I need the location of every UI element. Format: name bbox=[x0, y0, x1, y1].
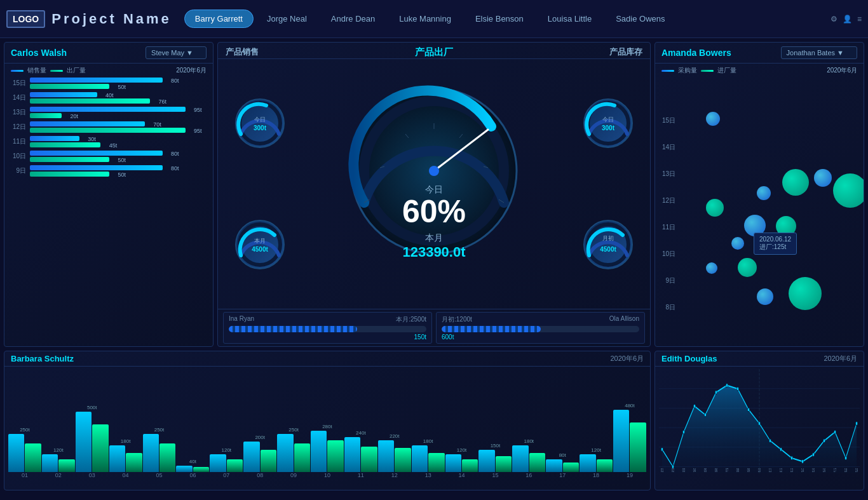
col-bar-2 bbox=[193, 467, 209, 472]
nav-tab-5[interactable]: Louisa Little bbox=[537, 10, 602, 28]
bar-sales: 30t bbox=[30, 136, 79, 141]
col-bar-1 bbox=[143, 434, 159, 472]
line-dot bbox=[824, 439, 825, 443]
bar-label: 15日 bbox=[11, 79, 26, 88]
right-dropdown[interactable]: Jonathan Bates ▼ bbox=[781, 46, 857, 59]
ola-allison-name: Ola Allison bbox=[609, 315, 639, 324]
legend-sales-label: 销售量 bbox=[27, 66, 46, 75]
col-bar-2 bbox=[597, 459, 613, 472]
col-bar-2 bbox=[126, 453, 142, 472]
bubble-9 bbox=[731, 237, 744, 250]
right-panel-header: Amanda Bowers Jonathan Bates ▼ bbox=[655, 43, 864, 64]
col-bars bbox=[412, 445, 445, 472]
main-grid: Carlos Walsh Steve May ▼ 销售量 出厂量 2020年6月… bbox=[0, 38, 868, 500]
col-bar-1 bbox=[176, 466, 192, 472]
col-val: 120t bbox=[53, 447, 64, 453]
col-bar-1 bbox=[580, 454, 595, 472]
col-x-label: 05 bbox=[143, 472, 176, 478]
nav-tab-6[interactable]: Sadie Owens bbox=[605, 10, 675, 28]
nav-tab-3[interactable]: Luke Manning bbox=[388, 10, 462, 28]
y-label-5: 10日 bbox=[658, 250, 675, 259]
big-month-label: 本月 bbox=[402, 233, 466, 244]
nav-tab-2[interactable]: Andre Dean bbox=[320, 10, 386, 28]
bubble-11 bbox=[706, 262, 717, 274]
col-val: 500t bbox=[87, 405, 97, 410]
progress-left-label: 本月:2500t bbox=[396, 315, 426, 324]
project-title: Project Name bbox=[51, 11, 172, 27]
nav-tabs: Barry Garrett Jorge Neal Andre Dean Luke… bbox=[184, 10, 831, 28]
line-dot bbox=[726, 384, 728, 388]
col-bar-1 bbox=[412, 445, 428, 472]
title-output: 产品出厂 bbox=[415, 46, 453, 58]
col-bars bbox=[445, 454, 478, 472]
bar-row: 14日 40t 76t bbox=[11, 92, 207, 104]
col-x-label: 03 bbox=[76, 472, 109, 478]
col-bar-1 bbox=[311, 431, 327, 472]
bar-sales: 95t bbox=[30, 107, 186, 112]
right-legend-date: 2020年6月 bbox=[827, 66, 857, 75]
bar-row: 15日 80t 50t bbox=[11, 78, 207, 89]
svg-point-0 bbox=[236, 99, 284, 147]
col-group: 40t bbox=[176, 459, 209, 472]
col-val: 250t bbox=[154, 427, 165, 433]
legend-sales-dot bbox=[11, 70, 24, 72]
col-val: 180t bbox=[423, 438, 433, 444]
col-x-label: 09 bbox=[277, 472, 310, 478]
col-bars bbox=[243, 442, 276, 472]
bar-sales: 80t bbox=[30, 165, 163, 170]
line-dot bbox=[780, 447, 782, 451]
col-bar-1 bbox=[277, 434, 293, 472]
y-label-3: 12日 bbox=[658, 196, 675, 205]
left-progress-val: 150t bbox=[229, 334, 426, 341]
bottom-left-date: 2020年6月 bbox=[610, 354, 644, 363]
col-bar-1 bbox=[512, 445, 528, 472]
col-bars bbox=[546, 459, 579, 472]
edith-douglas-panel: Edith Douglas 2020年6月 bbox=[654, 351, 864, 490]
bar-sales-val: 40t bbox=[105, 92, 114, 98]
bar-label: 11日 bbox=[11, 137, 26, 146]
nav-tab-1[interactable]: Jorge Neal bbox=[256, 10, 318, 28]
bubble-1 bbox=[706, 112, 720, 126]
x-label: 11 bbox=[769, 467, 772, 473]
center-panel: 产品销售 产品出厂 产品库存 bbox=[217, 42, 651, 347]
svg-text:本月: 本月 bbox=[254, 238, 266, 244]
bar-output-val: 95t bbox=[194, 128, 202, 134]
bar-sales-val: 80t bbox=[171, 151, 179, 157]
col-bar-2 bbox=[92, 424, 108, 472]
left-bar-chart: 15日 80t 50t 14日 40t 76t 13日 95t 20t bbox=[4, 75, 213, 334]
bars-group: 80t 50t bbox=[30, 151, 207, 162]
bubble-14 bbox=[789, 277, 822, 310]
line-dot bbox=[791, 456, 793, 460]
left-dropdown[interactable]: Steve May ▼ bbox=[146, 46, 207, 59]
svg-text:4500t: 4500t bbox=[252, 246, 268, 253]
col-x-label: 18 bbox=[580, 472, 613, 478]
bar-output-val: 20t bbox=[71, 113, 79, 119]
bar-output: 50t bbox=[30, 157, 109, 162]
right-gauge-today: 今日 300t bbox=[573, 95, 643, 152]
bar-output: 76t bbox=[30, 98, 150, 104]
nav-tab-0[interactable]: Barry Garrett bbox=[184, 10, 254, 28]
x-label: 05 bbox=[704, 467, 707, 473]
col-val: 180t bbox=[524, 438, 534, 444]
line-dot bbox=[802, 459, 804, 463]
line-dot bbox=[661, 447, 663, 451]
x-label: 03 bbox=[682, 467, 686, 473]
bubble-10 bbox=[763, 239, 778, 254]
x-label: 01 bbox=[661, 467, 664, 473]
col-bars bbox=[580, 454, 613, 472]
col-group: 220t bbox=[378, 433, 411, 472]
big-percent: 60% bbox=[402, 196, 466, 227]
x-label: 14 bbox=[801, 467, 804, 473]
col-val: 200t bbox=[255, 435, 265, 440]
x-label: 18 bbox=[844, 467, 848, 473]
right-progress-bar bbox=[442, 326, 639, 332]
nav-tab-4[interactable]: Elsie Benson bbox=[465, 10, 534, 28]
svg-text:300t: 300t bbox=[602, 125, 615, 132]
x-label: 06 bbox=[715, 467, 718, 473]
bar-sales-val: 30t bbox=[88, 136, 96, 142]
line-dot bbox=[845, 456, 847, 460]
col-bar-1 bbox=[546, 459, 562, 472]
bars-group: 30t 45t bbox=[30, 136, 207, 147]
bar-label: 12日 bbox=[11, 123, 26, 132]
left-gauge-month: 本月 4500t bbox=[225, 216, 295, 273]
